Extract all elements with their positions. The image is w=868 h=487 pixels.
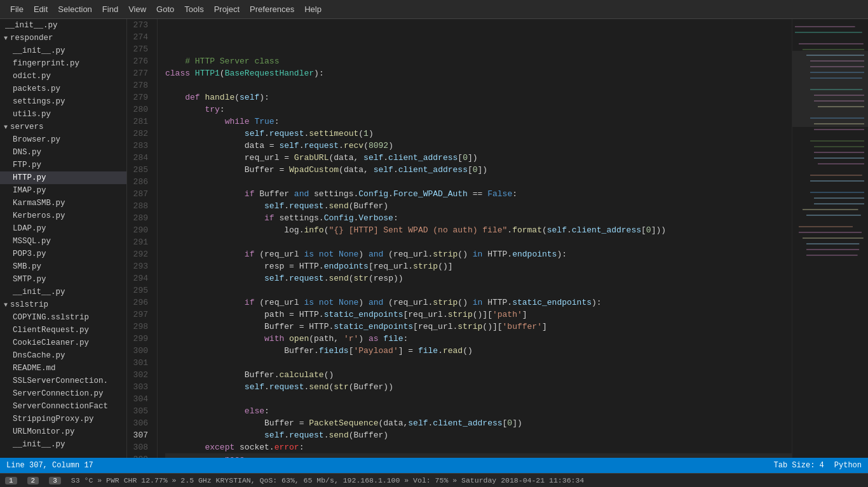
sidebar-item-dnscache[interactable]: DnsCache.py (0, 349, 126, 362)
sidebar-item-copying[interactable]: COPYING.sslstrip (0, 311, 126, 324)
code-line-294: if (req_url is not None) and (req_url.st… (165, 297, 792, 309)
tab-size: Tab Size: 4 (774, 461, 824, 470)
line-number-278: 278 (127, 79, 152, 91)
sidebar-folder-sslstrip[interactable]: ▼sslstrip (0, 298, 126, 311)
code-line-285: if Buffer and settings.Config.Force_WPAD… (165, 188, 792, 200)
sidebar-item-readme[interactable]: README.md (0, 362, 126, 375)
minimap-canvas (792, 19, 868, 458)
code-line-289 (165, 236, 792, 248)
sidebar-item-sslstrip-init[interactable]: __init__.py (0, 438, 126, 451)
line-number-280: 280 (127, 103, 152, 116)
code-line-274: # HTTP Server class (165, 55, 792, 67)
line-number-298: 298 (127, 321, 152, 333)
code-line-276 (165, 79, 792, 91)
sidebar-item-init-top[interactable]: __init__.py (0, 19, 126, 32)
sidebar-item-mssql[interactable]: MSSQL.py (0, 235, 126, 248)
code-line-284 (165, 176, 792, 188)
sidebar-item-smb[interactable]: SMB.py (0, 260, 126, 273)
line-number-308: 308 (127, 441, 152, 453)
sidebar-folder-servers[interactable]: ▼servers (0, 121, 126, 133)
sidebar-item-odict[interactable]: odict.py (0, 70, 126, 83)
sidebar-item-strippingproxy[interactable]: StrippingProxy.py (0, 413, 126, 425)
sidebar-item-urlmonitor[interactable]: URLMonitor.py (0, 425, 126, 438)
main-area: __init__.py ▼responder __init__.py finge… (0, 19, 868, 458)
sidebar-item-kerberos[interactable]: Kerberos.py (0, 210, 126, 222)
code-line-301: self.request.send(str(Buffer)) (165, 381, 792, 393)
sidebar[interactable]: __init__.py ▼responder __init__.py finge… (0, 19, 127, 458)
sidebar-item-ftp[interactable]: FTP.py (0, 159, 126, 171)
sidebar-item-cookiecleaner[interactable]: CookieCleaner.py (0, 337, 126, 349)
sidebar-item-clientrequest[interactable]: ClientRequest.py (0, 324, 126, 337)
code-line-307: pass (165, 453, 792, 458)
line-number-304: 304 (127, 393, 152, 405)
line-number-285: 285 (127, 164, 152, 176)
sidebar-item-karmasmb[interactable]: KarmaSMB.py (0, 197, 126, 210)
sidebar-item-ldap[interactable]: LDAP.py (0, 222, 126, 235)
menu-help[interactable]: Help (299, 2, 327, 17)
menubar: File Edit Selection Find View Goto Tools… (0, 0, 868, 19)
line-number-281: 281 (127, 116, 152, 128)
cursor-position: Line 307, Column 17 (6, 461, 93, 470)
sidebar-folder-responder[interactable]: ▼responder (0, 32, 126, 44)
code-line-296: Buffer = HTTP.static_endpoints[req_url.s… (165, 321, 792, 333)
sidebar-item-settings[interactable]: settings.py (0, 95, 126, 108)
line-number-290: 290 (127, 224, 152, 236)
line-number-277: 277 (127, 67, 152, 79)
menu-preferences[interactable]: Preferences (245, 2, 299, 17)
sidebar-item-pop3[interactable]: POP3.py (0, 248, 126, 260)
menu-file[interactable]: File (5, 2, 29, 17)
code-content[interactable]: # HTTP Server classclass HTTP1(BaseReque… (158, 19, 792, 458)
sidebar-item-imap[interactable]: IMAP.py (0, 184, 126, 197)
line-number-282: 282 (127, 128, 152, 140)
strip-num-2[interactable]: 2 (27, 477, 39, 484)
sidebar-item-serverconn[interactable]: ServerConnection.py (0, 387, 126, 400)
code-line-290: if (req_url is not None) and (req_url.st… (165, 248, 792, 260)
menu-project[interactable]: Project (209, 2, 245, 17)
code-line-303: else: (165, 405, 792, 417)
menu-tools[interactable]: Tools (179, 2, 208, 17)
code-line-288: log.info("{} [HTTP] Sent WPAD (no auth) … (165, 224, 792, 236)
line-number-274: 274 (127, 31, 152, 43)
sidebar-item-http[interactable]: HTTP.py (0, 171, 126, 184)
code-line-282: req_url = GrabURL(data, self.client_addr… (165, 152, 792, 164)
sidebar-item-serverconnfact[interactable]: ServerConnectionFact (0, 400, 126, 413)
menu-view[interactable]: View (123, 2, 151, 17)
line-number-295: 295 (127, 284, 152, 297)
line-number-289: 289 (127, 212, 152, 224)
sidebar-item-sslserverconn[interactable]: SSLServerConnection. (0, 375, 126, 387)
strip-num-3[interactable]: 3 (49, 477, 61, 484)
code-line-302 (165, 393, 792, 405)
minimap[interactable] (792, 19, 868, 458)
line-number-303: 303 (127, 381, 152, 393)
sidebar-item-servers-init[interactable]: __init__.py (0, 286, 126, 298)
sidebar-item-packets[interactable]: packets.py (0, 83, 126, 95)
code-line-277: def handle(self): (165, 91, 792, 103)
sidebar-item-browser[interactable]: Browser.py (0, 133, 126, 146)
code-line-283: Buffer = WpadCustom(data, self.client_ad… (165, 164, 792, 176)
line-number-291: 291 (127, 236, 152, 248)
sidebar-item-responder-init[interactable]: __init__.py (0, 44, 126, 57)
menu-selection[interactable]: Selection (53, 2, 97, 17)
statusbar-left: Line 307, Column 17 (6, 461, 93, 470)
menu-edit[interactable]: Edit (29, 2, 53, 17)
line-number-300: 300 (127, 345, 152, 357)
code-line-299 (165, 357, 792, 369)
line-number-275: 275 (127, 43, 152, 55)
menu-goto[interactable]: Goto (151, 2, 179, 17)
code-line-293 (165, 284, 792, 297)
code-line-305: self.request.send(Buffer) (165, 429, 792, 441)
code-line-300: Buffer.calculate() (165, 369, 792, 381)
strip-num-1[interactable]: 1 (5, 477, 17, 484)
code-line-297: with open(path, 'r') as file: (165, 333, 792, 345)
sidebar-item-smtp[interactable]: SMTP.py (0, 273, 126, 286)
line-number-273: 273 (127, 19, 152, 31)
language: Python (834, 461, 862, 470)
line-number-301: 301 (127, 357, 152, 369)
line-number-288: 288 (127, 200, 152, 212)
sidebar-item-dns[interactable]: DNS.py (0, 146, 126, 159)
sidebar-item-fingerprint[interactable]: fingerprint.py (0, 57, 126, 70)
sidebar-item-utils[interactable]: utils.py (0, 108, 126, 121)
line-numbers: 2732742752762772782792802812822832842852… (127, 19, 158, 458)
line-number-276: 276 (127, 55, 152, 67)
menu-find[interactable]: Find (97, 2, 123, 17)
